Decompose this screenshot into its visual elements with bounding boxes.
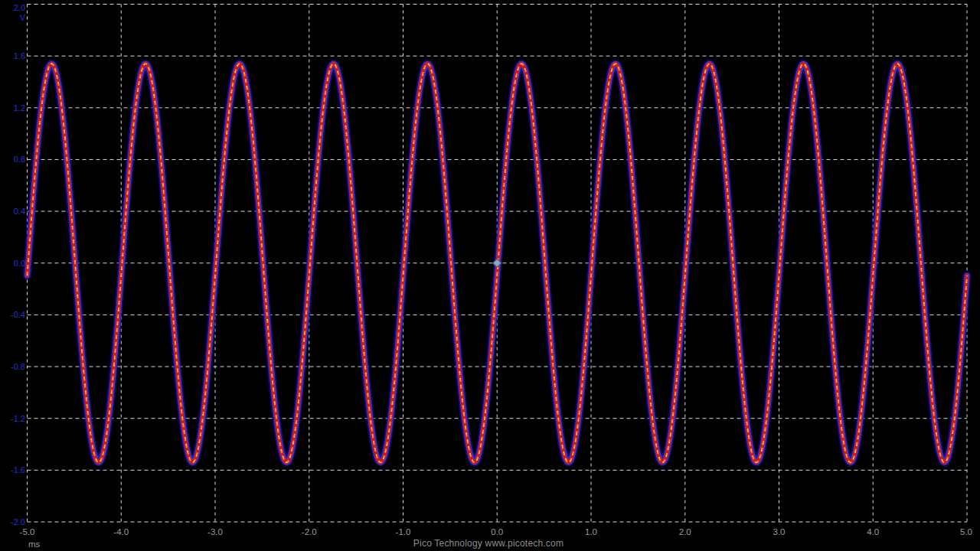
y-tick-label: -0.4 [11, 310, 25, 319]
x-tick-label: 1.0 [585, 527, 597, 536]
x-tick-label: 0.0 [491, 527, 503, 536]
x-tick-label: 5.0 [960, 527, 972, 536]
y-tick-label: 2.0 [14, 3, 25, 12]
x-axis-unit-label: ms [28, 540, 41, 549]
y-tick-label: 1.6 [14, 51, 25, 60]
oscilloscope-screen: 2.01.61.20.80.40.0-0.4-0.8-1.2-1.6-2.0 -… [0, 0, 980, 551]
x-tick-label: -5.0 [20, 527, 35, 536]
brand-footer-text: Pico Technology www.picotech.com [413, 538, 564, 549]
x-tick-label: -4.0 [113, 527, 129, 536]
y-tick-label: 0.4 [14, 207, 25, 216]
x-axis-tick-labels: -5.0-4.0-3.0-2.0-1.00.01.02.03.04.05.0 [20, 527, 972, 536]
oscilloscope-plot: 2.01.61.20.80.40.0-0.4-0.8-1.2-1.6-2.0 -… [0, 0, 980, 551]
x-tick-label: -1.0 [396, 527, 411, 536]
x-tick-label: -2.0 [302, 527, 317, 536]
x-tick-label: 3.0 [773, 527, 786, 536]
y-tick-label: -1.2 [11, 414, 25, 423]
y-tick-label: -2.0 [11, 517, 25, 527]
x-tick-label: 2.0 [679, 527, 691, 536]
y-axis-tick-labels: 2.01.61.20.80.40.0-0.4-0.8-1.2-1.6-2.0 [11, 3, 25, 527]
y-tick-label: -1.6 [11, 465, 25, 474]
x-tick-label: -3.0 [207, 527, 223, 536]
y-tick-label: 0.0 [14, 259, 25, 268]
y-axis-unit-label: V [20, 13, 26, 22]
y-tick-label: 0.8 [14, 155, 25, 164]
x-tick-label: 4.0 [867, 527, 879, 536]
y-tick-label: -0.8 [11, 362, 25, 371]
y-tick-label: 1.2 [14, 103, 25, 112]
